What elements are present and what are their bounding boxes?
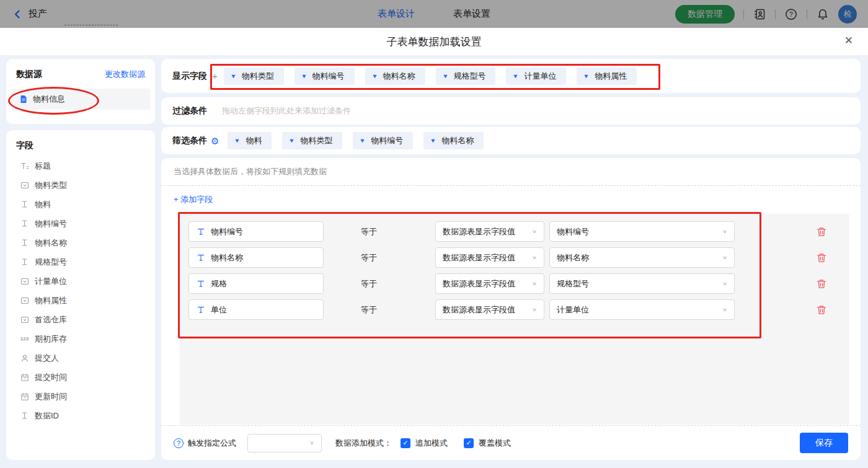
date-field-icon: 7 [20, 373, 29, 382]
target-field-label: 规格 [211, 278, 227, 289]
equals-label: 等于 [361, 278, 435, 289]
source-field-select[interactable]: 计量单位∨ [549, 299, 735, 320]
field-tag[interactable]: ▼物料 [228, 132, 272, 149]
target-field-label: 物料名称 [211, 252, 243, 263]
checkbox-label: 覆盖模式 [479, 438, 511, 449]
formula-select[interactable]: ∨ [247, 434, 322, 453]
field-list-item[interactable]: 物料类型 [6, 175, 155, 195]
caret-down-icon[interactable]: ▼ [430, 138, 436, 144]
field-tag[interactable]: ▼物料编号 [294, 68, 355, 85]
display-fields-label: 显示字段 [172, 71, 207, 82]
tag-label: 物料名称 [383, 71, 415, 82]
save-button[interactable]: 保存 [800, 433, 848, 453]
caret-down-icon[interactable]: ▼ [230, 73, 236, 79]
value-type-select-value: 数据源表显示字段值 [443, 226, 515, 237]
form-document-icon [19, 95, 28, 104]
caret-down-icon[interactable]: ▼ [371, 73, 378, 79]
value-type-select-value: 数据源表显示字段值 [443, 252, 515, 263]
datasource-heading: 数据源 [16, 69, 42, 80]
screening-conditions-row: 筛选条件 ⚙ ▼物料▼物料类型▼物料编号▼物料名称 [161, 127, 861, 154]
formula-help-icon[interactable]: ? [174, 438, 184, 448]
field-list-item[interactable]: 首选仓库 [6, 310, 155, 329]
target-field-label: 物料编号 [211, 226, 243, 237]
delete-rule-icon[interactable] [816, 226, 827, 237]
field-tag[interactable]: ▼物料名称 [365, 68, 425, 85]
rule-rows-area: 物料编号等于数据源表显示字段值∨物料编号∨物料名称等于数据源表显示字段值∨物料名… [180, 214, 849, 425]
field-tag[interactable]: ▼规格型号 [436, 68, 496, 85]
chevron-down-icon: ∨ [532, 307, 537, 312]
delete-rule-icon[interactable] [816, 252, 827, 263]
delete-rule-icon[interactable] [816, 304, 827, 316]
field-list-item[interactable]: 物料名称 [6, 233, 155, 252]
value-type-select[interactable]: 数据源表显示字段值∨ [435, 273, 544, 294]
field-list-item[interactable]: 规格型号 [6, 252, 155, 272]
field-list-item[interactable]: 123期初库存 [6, 329, 155, 348]
date-field-icon: 7 [20, 392, 29, 401]
field-list-item[interactable]: 物料 [6, 195, 155, 214]
field-list-item[interactable]: 标题 [6, 156, 155, 175]
caret-down-icon[interactable]: ▼ [301, 73, 307, 79]
datasource-selected-item[interactable]: 物料信息 [11, 89, 150, 110]
caret-down-icon[interactable]: ▼ [234, 138, 241, 144]
field-list-item[interactable]: 数据ID [6, 406, 155, 425]
field-tag[interactable]: ▼物料类型 [282, 132, 342, 149]
checkbox-checked-icon[interactable]: ✓ [401, 438, 410, 448]
target-field-box[interactable]: 规格 [188, 273, 324, 294]
field-list-item[interactable]: 计量单位 [6, 272, 155, 291]
field-tag[interactable]: ▼物料编号 [353, 132, 413, 149]
caret-down-icon[interactable]: ▼ [442, 73, 448, 79]
tag-label: 计量单位 [524, 71, 556, 82]
field-list-item[interactable]: 7更新时间 [6, 387, 155, 406]
caret-down-icon[interactable]: ▼ [513, 73, 519, 79]
text-field-icon [20, 200, 29, 209]
tag-label: 物料编号 [371, 135, 403, 146]
value-type-select[interactable]: 数据源表显示字段值∨ [435, 247, 544, 268]
gear-icon[interactable]: ⚙ [211, 136, 219, 146]
caret-down-icon[interactable]: ▼ [289, 138, 295, 144]
field-item-label: 标题 [35, 161, 51, 172]
change-datasource-link[interactable]: 更改数据源 [105, 69, 145, 80]
mode-checkbox[interactable]: ✓覆盖模式 [464, 438, 511, 449]
target-field-box[interactable]: 单位 [188, 299, 324, 320]
field-item-label: 物料类型 [35, 180, 67, 191]
add-field-link[interactable]: + 添加字段 [174, 194, 213, 205]
fields-panel: 字段 标题物料类型物料物料编号物料名称规格型号计量单位物料属性首选仓库123期初… [6, 130, 155, 460]
text-field-icon [20, 238, 29, 247]
target-field-box[interactable]: 物料编号 [188, 221, 324, 242]
data-add-mode-label: 数据添加模式： [335, 438, 392, 449]
field-item-label: 规格型号 [35, 257, 67, 268]
field-list-item[interactable]: 物料属性 [6, 291, 155, 310]
field-list-item[interactable]: 7提交时间 [6, 368, 155, 387]
field-item-label: 首选仓库 [35, 314, 67, 325]
checkbox-checked-icon[interactable]: ✓ [464, 438, 474, 448]
field-item-label: 期初库存 [35, 333, 67, 345]
field-tag[interactable]: ▼物料名称 [423, 132, 484, 149]
screening-label: 筛选条件 [172, 135, 207, 146]
field-tag[interactable]: ▼物料类型 [224, 68, 284, 85]
source-field-select-value: 计量单位 [557, 304, 589, 316]
text-field-icon [196, 253, 205, 262]
value-type-select[interactable]: 数据源表显示字段值∨ [435, 221, 544, 242]
field-list-item[interactable]: 物料编号 [6, 214, 155, 233]
caret-down-icon[interactable]: ▼ [583, 73, 590, 79]
chevron-down-icon: ∨ [532, 229, 537, 234]
text-field-icon [196, 279, 205, 288]
add-display-field-icon[interactable]: + [212, 71, 218, 81]
close-icon[interactable]: ✕ [844, 35, 853, 46]
field-list: 标题物料类型物料物料编号物料名称规格型号计量单位物料属性首选仓库123期初库存提… [6, 156, 155, 425]
source-field-select[interactable]: 规格型号∨ [549, 273, 735, 294]
mode-checkbox[interactable]: ✓追加模式 [401, 438, 448, 449]
filter-label: 过滤条件 [172, 105, 207, 117]
field-tag[interactable]: ▼物料属性 [577, 68, 637, 85]
source-field-select[interactable]: 物料名称∨ [549, 247, 735, 268]
fields-heading: 字段 [6, 130, 155, 156]
field-list-item[interactable]: 提交人 [6, 348, 155, 368]
value-type-select[interactable]: 数据源表显示字段值∨ [435, 299, 544, 320]
filter-dropzone-placeholder[interactable]: 拖动左侧字段到此处来添加过滤条件 [222, 105, 351, 117]
target-field-box[interactable]: 物料名称 [188, 247, 324, 268]
caret-down-icon[interactable]: ▼ [360, 138, 366, 144]
select-field-icon [20, 296, 29, 305]
source-field-select[interactable]: 物料编号∨ [549, 221, 735, 242]
field-tag[interactable]: ▼计量单位 [506, 68, 566, 85]
delete-rule-icon[interactable] [816, 278, 827, 289]
